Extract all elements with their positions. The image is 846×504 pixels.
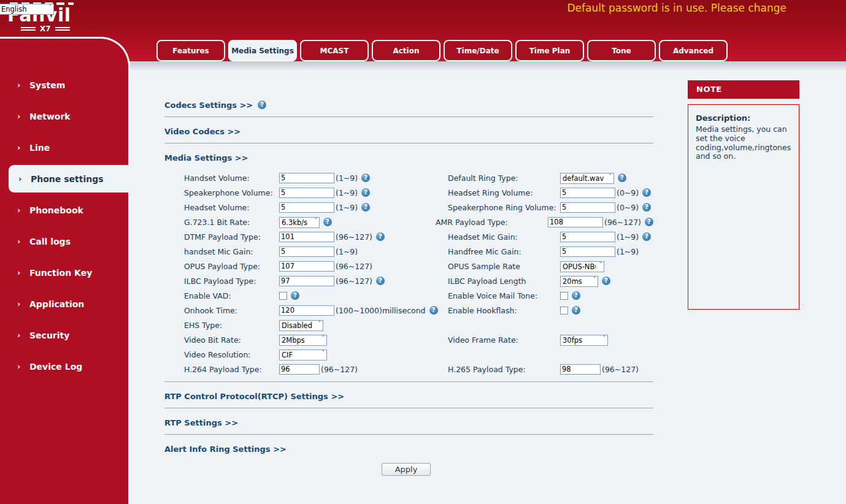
field-label: H.265 Payload Type:	[448, 365, 560, 374]
help-icon[interactable]: ?	[572, 291, 580, 300]
enable-vad-checkbox[interactable]	[279, 292, 287, 300]
help-icon[interactable]: ?	[258, 101, 266, 109]
form-cell: Enable VAD:?	[184, 291, 448, 300]
onhook-time-input[interactable]	[279, 305, 334, 316]
enable-voice-mail-tone-checkbox[interactable]	[560, 292, 568, 300]
tab-media-settings[interactable]: Media Settings	[228, 40, 297, 61]
help-icon[interactable]: ?	[642, 188, 651, 197]
note-text: Media settings, you can set the voice co…	[696, 125, 794, 161]
help-icon[interactable]: ?	[291, 291, 299, 300]
help-icon[interactable]: ?	[376, 277, 385, 285]
section-codecs-settings[interactable]: Codecs Settings >>	[164, 101, 253, 110]
sidebar-item-call-logs[interactable]: ›Call logs	[0, 226, 128, 257]
help-icon[interactable]: ?	[618, 174, 626, 182]
ehs-type-select-wrap: Disabled	[279, 319, 323, 331]
chevron-right-icon: ›	[18, 174, 31, 183]
help-icon[interactable]: ?	[602, 277, 610, 285]
h-265-payload-type-input[interactable]	[560, 364, 601, 375]
form-row: Video Resolution:CIF	[184, 347, 653, 362]
g-723-1-bit-rate-select[interactable]: 6.3kb/s	[279, 217, 320, 228]
tab-mcast[interactable]: MCAST	[300, 40, 369, 61]
opus-payload-type-input[interactable]	[279, 261, 334, 272]
help-icon[interactable]: ?	[361, 203, 370, 212]
tab-advanced[interactable]: Advanced	[659, 40, 728, 61]
divider	[164, 434, 653, 435]
form-cell: Enable Voice Mail Tone:?	[448, 291, 653, 300]
dtmf-payload-type-input[interactable]	[279, 232, 334, 242]
headset-mic-gain-input[interactable]	[560, 232, 615, 242]
section-media-settings[interactable]: Media Settings >>	[164, 153, 248, 162]
help-icon[interactable]: ?	[376, 232, 385, 241]
form-cell: DTMF Payload Type:(96~127)?	[184, 232, 448, 242]
sidebar-item-application[interactable]: ›Application	[0, 288, 128, 319]
form-row: Onhook Time:(100~1000)millisecond?Enable…	[184, 303, 653, 318]
ehs-type-select[interactable]: Disabled	[279, 320, 323, 331]
help-icon[interactable]: ?	[361, 174, 370, 182]
help-icon[interactable]: ?	[642, 232, 651, 241]
field-label: OPUS Payload Type:	[184, 262, 279, 271]
tab-time-date[interactable]: Time/Date	[444, 40, 512, 61]
h-264-payload-type-input[interactable]	[279, 364, 320, 375]
amr-payload-type-input[interactable]	[548, 217, 603, 227]
help-icon[interactable]: ?	[572, 306, 580, 315]
field-label: Handfree Mic Gain:	[448, 247, 560, 256]
sidebar-item-line[interactable]: ›Line	[0, 132, 128, 163]
form-row: G.723.1 Bit Rate:6.3kb/s?AMR Payload Typ…	[184, 215, 653, 229]
sidebar-item-phone-settings[interactable]: ›Phone settings	[9, 165, 130, 193]
field-suffix: (96~127)	[336, 232, 372, 242]
field-suffix: (96~127)	[321, 365, 358, 374]
form-row: EHS Type:Disabled	[184, 318, 653, 332]
section-alert-info-ring[interactable]: Alert Info Ring Settings >>	[164, 445, 286, 454]
video-frame-rate-select[interactable]: 30fps	[560, 335, 608, 346]
sidebar-item-system[interactable]: ›System	[0, 69, 128, 101]
enable-hookflash-checkbox[interactable]	[560, 307, 568, 315]
speakerphone-volume-input[interactable]	[279, 188, 334, 198]
section-video-codecs[interactable]: Video Codecs >>	[164, 127, 240, 136]
chevron-right-icon: ›	[17, 268, 29, 277]
language-select[interactable]: English	[0, 4, 54, 15]
tab-action[interactable]: Action	[372, 40, 440, 61]
field-label: Headset Mic Gain:	[448, 232, 560, 242]
headset-volume-input[interactable]	[279, 202, 334, 213]
help-icon[interactable]: ?	[645, 218, 653, 226]
handset-volume-input[interactable]	[279, 173, 334, 183]
field-label: Video Frame Rate:	[448, 335, 560, 345]
section-rtcp-settings[interactable]: RTP Control Protocol(RTCP) Settings >>	[164, 392, 344, 401]
tab-tone[interactable]: Tone	[587, 40, 656, 61]
opus-sample-rate-select[interactable]: OPUS-NB(8	[560, 261, 604, 272]
apply-button[interactable]: Apply	[382, 463, 431, 476]
speakerphone-ring-volume-input[interactable]	[560, 202, 615, 213]
handset-mic-gain-input[interactable]	[279, 246, 334, 257]
tab-features[interactable]: Features	[156, 40, 225, 61]
form-cell: Handset Volume:(1~9)?	[184, 173, 448, 183]
ilbc-payload-length-select[interactable]: 20ms	[560, 276, 598, 287]
chevron-right-icon: ›	[17, 80, 29, 90]
ilbc-payload-type-input[interactable]	[279, 276, 334, 286]
form-cell: ILBC Payload Length20ms?	[448, 275, 653, 287]
sidebar-item-phonebook[interactable]: ›Phonebook	[0, 194, 128, 226]
help-icon[interactable]: ?	[429, 306, 438, 315]
tab-time-plan[interactable]: Time Plan	[515, 40, 584, 61]
video-resolution-select[interactable]: CIF	[279, 349, 327, 361]
video-bit-rate-select[interactable]: 2Mbps	[279, 335, 327, 346]
help-icon[interactable]: ?	[361, 188, 370, 197]
note-body: Description: Media settings, you can set…	[688, 104, 799, 310]
help-icon[interactable]: ?	[642, 203, 651, 212]
section-row: Media Settings >>	[164, 151, 653, 164]
sidebar-item-device-log[interactable]: ›Device Log	[0, 351, 128, 382]
field-suffix: (1~9)	[336, 203, 358, 212]
help-icon[interactable]: ?	[323, 218, 332, 226]
default-ring-type-select[interactable]: default.wav	[560, 173, 614, 184]
handfree-mic-gain-input[interactable]	[560, 246, 615, 257]
field-label: Headset Volume:	[184, 203, 279, 212]
sidebar-item-network[interactable]: ›Network	[0, 101, 128, 132]
form-row: Video Bit Rate:2MbpsVideo Frame Rate:30f…	[184, 332, 653, 347]
sidebar-item-function-key[interactable]: ›Function Key	[0, 257, 128, 288]
sidebar-item-label: Phonebook	[29, 205, 83, 215]
sidebar-item-security[interactable]: ›Security	[0, 319, 128, 351]
field-label: handset Mic Gain:	[184, 247, 279, 256]
headset-ring-volume-input[interactable]	[560, 188, 615, 198]
section-row: RTP Settings >>	[164, 416, 653, 429]
section-rtp-settings[interactable]: RTP Settings >>	[164, 418, 238, 427]
section-row: Alert Info Ring Settings >>	[164, 442, 653, 456]
